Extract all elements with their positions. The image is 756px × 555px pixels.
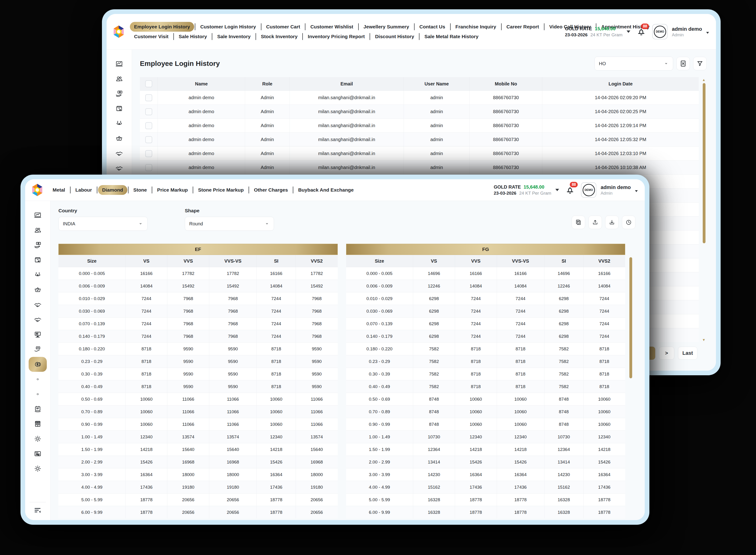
row-checkbox[interactable] <box>145 150 152 157</box>
sidebar-item-customers[interactable] <box>29 223 47 238</box>
sidebar-item-coins-dollar[interactable] <box>29 357 47 372</box>
cell-name: admin demo <box>158 147 245 161</box>
sidebar-item-handshake-alt[interactable] <box>110 161 128 176</box>
cell-user-name: admin <box>404 119 470 133</box>
avatar[interactable]: DEMO <box>652 24 668 39</box>
sidebar-collapse-button[interactable] <box>30 502 46 520</box>
last-page-button[interactable]: Last <box>678 347 697 360</box>
tab-separator <box>212 33 212 40</box>
row-checkbox[interactable] <box>145 122 152 129</box>
cell-vvs2: 12340 <box>583 431 625 443</box>
sidebar-item-pos-monitor[interactable] <box>29 327 47 342</box>
sidebar-item-notepad[interactable] <box>29 401 47 417</box>
tab-stone[interactable]: Stone <box>129 185 151 195</box>
scrollbar-thumb[interactable] <box>703 83 706 243</box>
tab-customer-login-history[interactable]: Customer Login History <box>196 22 260 32</box>
sidebar-item-handshake[interactable] <box>110 146 128 161</box>
tab-labour[interactable]: Labour <box>71 185 96 195</box>
tab-stone-price-markup[interactable]: Stone Price Markup <box>194 185 248 195</box>
sidebar-item-control-panel[interactable] <box>29 446 47 461</box>
row-checkbox[interactable] <box>145 108 152 115</box>
tab-employee-login-history[interactable]: Employee Login History <box>130 22 194 32</box>
cell-vvs-vs: 20656 <box>209 506 257 519</box>
tab-jewellery-summery[interactable]: Jewellery Summery <box>359 22 413 32</box>
cell-vvs-vs: 11066 <box>209 418 257 431</box>
tab-other-charges[interactable]: Other Charges <box>250 185 292 195</box>
download-icon <box>609 219 615 226</box>
export-excel-button[interactable] <box>676 57 690 70</box>
sidebar-item-cash-hand[interactable] <box>29 238 47 253</box>
copy-button[interactable] <box>572 216 585 229</box>
sidebar-item-handshake[interactable] <box>29 297 47 312</box>
row-checkbox[interactable] <box>145 164 152 171</box>
fg-scrollbar-thumb[interactable] <box>629 257 632 378</box>
tab-diamond[interactable]: Diamond <box>98 185 127 195</box>
tab-customer-cart[interactable]: Customer Cart <box>262 22 304 32</box>
column-header-vvs: VVS <box>455 255 497 267</box>
sidebar-item-package-box[interactable] <box>29 253 47 267</box>
front-sidebar <box>25 201 50 520</box>
tab-sale-metal-rate-history[interactable]: Sale Metal Rate History <box>420 32 483 41</box>
tab-stock-inventory[interactable]: Stock Inventory <box>257 32 302 41</box>
price-row: 2.00 - 2.991542616968169681542616968 <box>58 456 338 468</box>
tab-inventory-pricing-report[interactable]: Inventory Pricing Report <box>304 32 369 41</box>
gold-rate-caret-icon[interactable] <box>555 189 559 191</box>
row-checkbox[interactable] <box>145 136 152 143</box>
download-button[interactable] <box>605 216 619 229</box>
sidebar-item-gear[interactable] <box>29 431 47 446</box>
tab-customer-wishlist[interactable]: Customer Wishlist <box>306 22 357 32</box>
sidebar-item-jewellery-necklace[interactable] <box>110 116 128 131</box>
user-menu[interactable]: admin demo Admin <box>601 184 631 196</box>
branch-select[interactable]: HO <box>594 56 673 71</box>
sidebar-item-package-box[interactable] <box>110 101 128 116</box>
chevron-icon <box>138 221 143 226</box>
sidebar-item-cash-hand[interactable] <box>110 86 128 101</box>
tab-sale-history[interactable]: Sale History <box>175 32 211 41</box>
row-checkbox[interactable] <box>145 94 152 101</box>
tab-career-report[interactable]: Career Report <box>502 22 543 32</box>
tab-discount-history[interactable]: Discount History <box>371 32 418 41</box>
sidebar-item-dashboard-chart[interactable] <box>29 208 47 223</box>
tab-metal[interactable]: Metal <box>48 185 70 195</box>
cash-hand-icon <box>34 241 42 249</box>
gold-rate-date: 23-03-2026 <box>494 190 516 197</box>
sidebar-item-jewellery-necklace[interactable] <box>29 267 47 283</box>
tab-contact-us[interactable]: Contact Us <box>415 22 449 32</box>
history-button[interactable] <box>622 216 635 229</box>
cell-user-name: admin <box>404 133 470 147</box>
next-page-button[interactable]: > <box>659 347 674 360</box>
cell-vvs: 11066 <box>167 418 209 431</box>
back-topbar: Employee Login HistoryCustomer Login His… <box>106 14 716 50</box>
sidebar-item-handshake-alt[interactable] <box>29 312 47 327</box>
sidebar-item-customers[interactable] <box>110 72 128 86</box>
group-band-ef: EF <box>58 244 338 255</box>
sidebar-item-basket-check[interactable] <box>29 283 47 297</box>
avatar[interactable]: DEMO <box>581 182 596 198</box>
cell-si: 16364 <box>257 468 296 481</box>
filter-button[interactable] <box>693 57 707 70</box>
user-menu-caret-icon[interactable] <box>635 190 638 192</box>
tab-franchise-inquiry[interactable]: Franchise Inquiry <box>451 22 500 32</box>
sidebar-item-dashboard-chart[interactable] <box>110 56 128 72</box>
tab-sale-inventory[interactable]: Sale Inventory <box>213 32 255 41</box>
notifications-button[interactable]: 88 <box>636 27 646 37</box>
shape-select[interactable]: Round <box>185 217 274 231</box>
sidebar-item-gear[interactable] <box>29 461 47 476</box>
sidebar-item-sub-dot[interactable] <box>29 372 47 387</box>
gold-rate-caret-icon[interactable] <box>627 31 630 33</box>
sidebar-item-basket-check[interactable] <box>110 131 128 146</box>
user-menu-caret-icon[interactable] <box>706 32 709 34</box>
tab-customer-visit[interactable]: Customer Visit <box>130 32 173 41</box>
sidebar-item-sub-dot[interactable] <box>29 387 47 401</box>
scroll-up-icon[interactable]: ▲ <box>702 78 706 82</box>
select-all-checkbox[interactable] <box>145 80 152 87</box>
country-select[interactable]: INDIA <box>58 217 147 231</box>
sidebar-item-ledger-book[interactable] <box>29 417 47 431</box>
user-menu[interactable]: admin demo Admin <box>672 26 702 38</box>
tab-buyback-and-exchange[interactable]: Buyback And Exchange <box>294 185 358 195</box>
tab-price-markup[interactable]: Price Markup <box>153 185 192 195</box>
scroll-down-icon[interactable]: ▼ <box>702 338 706 342</box>
upload-button[interactable] <box>588 216 602 229</box>
sidebar-item-card-hand[interactable] <box>29 342 47 357</box>
notifications-button[interactable]: 88 <box>565 185 575 195</box>
